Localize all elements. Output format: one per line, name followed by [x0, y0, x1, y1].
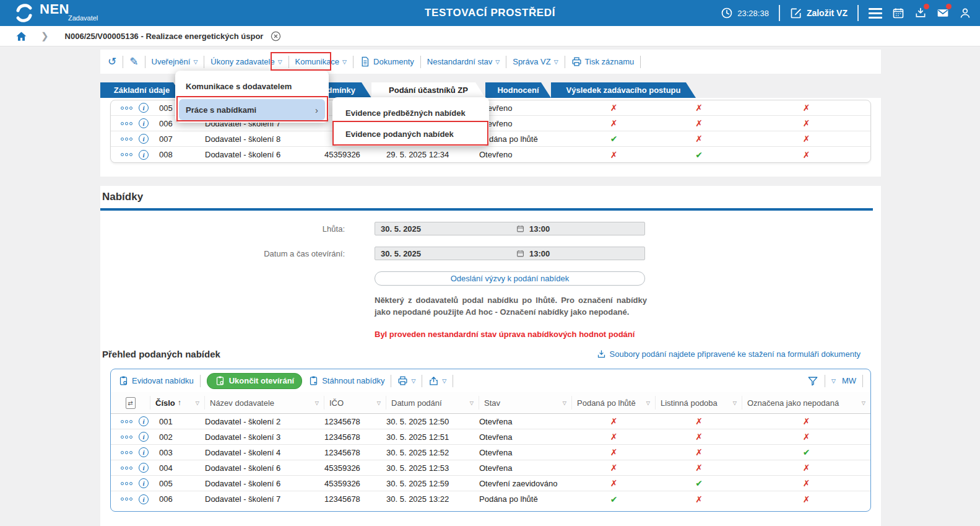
- tab-podani-ucastniku[interactable]: Podání účastníků ZP: [371, 82, 485, 98]
- deadline-input[interactable]: 30. 5. 2025 13:00: [375, 222, 645, 235]
- menu-item-evidence-podanych[interactable]: Evidence podaných nabídek: [339, 123, 483, 144]
- header-status[interactable]: Stav▽: [479, 396, 572, 410]
- breadcrumb-title: N006/25/V00005136 - Realizace energetick…: [65, 32, 264, 41]
- table-row[interactable]: i 002 Dodavatel - školení 3 12345678 30.…: [111, 429, 870, 445]
- row-actions-icon[interactable]: [121, 420, 132, 423]
- downloads-button[interactable]: [914, 7, 927, 19]
- filter-arrow-icon[interactable]: ▽: [377, 400, 381, 406]
- row-actions-icon[interactable]: [121, 482, 132, 485]
- header-number[interactable]: Číslo↑ ▽: [150, 396, 205, 410]
- table-row[interactable]: i 006 Dodavatel - školení 7 12345678 30.…: [111, 491, 870, 507]
- send-invitation-button[interactable]: Odeslání výzvy k podání nabídek: [375, 271, 645, 286]
- tab-vysledek[interactable]: Výsledek zadávacího postupu: [551, 82, 696, 98]
- header-ico[interactable]: IČO▽: [324, 396, 386, 410]
- menu-item-label: Evidence předběžných nabídek: [345, 108, 466, 118]
- table-row[interactable]: i 001 Dodavatel - školení 2 12345678 30.…: [111, 414, 870, 429]
- communication-label: Komunikace: [295, 57, 340, 66]
- filter-arrow-icon[interactable]: ▽: [646, 400, 650, 406]
- calendar-button[interactable]: [892, 7, 904, 19]
- table-row[interactable]: i 004 Dodavatel - školení 6 45359326 30.…: [111, 460, 870, 476]
- print-table-button[interactable]: ▽: [397, 375, 415, 386]
- info-icon[interactable]: i: [139, 463, 149, 473]
- filter-icon[interactable]: [807, 375, 818, 387]
- calendar-icon: [516, 224, 524, 233]
- record-offer-button[interactable]: Evidovat nabídku: [118, 375, 194, 386]
- opening-input[interactable]: 30. 5. 2025 13:00: [375, 247, 645, 260]
- row-actions-icon[interactable]: [121, 436, 132, 439]
- header-paper[interactable]: Listinná podoba▽: [656, 396, 742, 410]
- messages-button[interactable]: [937, 7, 949, 19]
- menu-icon[interactable]: [869, 8, 882, 19]
- info-icon[interactable]: i: [139, 494, 149, 504]
- late-status-icon: ✗: [572, 447, 656, 457]
- filter-arrow-icon[interactable]: ▽: [196, 400, 199, 406]
- table-row[interactable]: i 007 Dodavatel - školení 8 Podána po lh…: [111, 131, 870, 147]
- communication-dropdown: Komunikace s dodavatelem Práce s nabídka…: [175, 71, 329, 123]
- filter-arrow-icon[interactable]: ▽: [862, 400, 865, 406]
- info-icon[interactable]: i: [139, 478, 149, 488]
- table-row[interactable]: i 008 Dodavatel - školení 6 45359326 29.…: [111, 147, 870, 162]
- column-settings-icon[interactable]: ⇄: [126, 397, 136, 409]
- info-icon[interactable]: i: [139, 150, 149, 160]
- row-actions-icon[interactable]: [121, 138, 132, 141]
- cell-supplier: Dodavatel - školení 8: [205, 134, 324, 144]
- row-actions-icon[interactable]: [121, 153, 132, 156]
- info-icon[interactable]: i: [139, 432, 149, 442]
- create-vz-button[interactable]: Založit VZ: [790, 7, 848, 19]
- info-icon[interactable]: i: [139, 103, 149, 113]
- clipboard-gear-icon: [118, 375, 129, 386]
- user-initials[interactable]: MW: [842, 376, 856, 385]
- info-icon[interactable]: i: [139, 118, 149, 128]
- header-date[interactable]: Datum podání▽: [386, 396, 479, 410]
- cell-supplier: Dodavatel - školení 6: [205, 463, 324, 473]
- row-actions-icon[interactable]: [121, 122, 132, 125]
- row-actions-icon[interactable]: [121, 451, 132, 454]
- pencil-icon[interactable]: ✎: [129, 56, 138, 67]
- info-icon[interactable]: i: [139, 416, 149, 426]
- dropdown-arrow-icon[interactable]: ▽: [831, 378, 836, 384]
- download-offers-button[interactable]: Stáhnout nabídky: [308, 375, 384, 386]
- paper-status-icon: ✗: [656, 432, 742, 442]
- header-supplier[interactable]: Název dodavatele▽: [205, 396, 324, 410]
- filter-arrow-icon[interactable]: ▽: [733, 400, 737, 406]
- toolbar-communication[interactable]: Komunikace▽: [295, 57, 347, 66]
- filter-arrow-icon[interactable]: ▽: [470, 400, 474, 406]
- tab-hodnoceni[interactable]: Hodnocení: [485, 82, 551, 98]
- send-invitation-label: Odeslání výzvy k podání nabídek: [451, 274, 570, 283]
- late-status-icon: ✗: [572, 478, 656, 488]
- table-row[interactable]: i 005 Dodavatel - školení 6 45359326 30.…: [111, 476, 870, 491]
- toolbar-contracting-actions[interactable]: Úkony zadavatele▽: [210, 57, 282, 66]
- menu-item-evidence-predbeznych[interactable]: Evidence předběžných nabídek: [339, 102, 483, 123]
- table-row[interactable]: i 003 Dodavatel - školení 4 12345678 30.…: [111, 445, 870, 460]
- menu-item-prace-s-nabidkami[interactable]: Práce s nabídkami ›: [179, 99, 325, 120]
- cell-status: Podána po lhůtě: [479, 134, 572, 144]
- toolbar-documents[interactable]: Dokumenty: [360, 56, 414, 67]
- info-icon[interactable]: i: [139, 134, 149, 144]
- row-actions-icon[interactable]: [121, 498, 132, 501]
- header-label: IČO: [329, 398, 344, 408]
- toolbar-admin-vz[interactable]: Správa VZ▽: [513, 57, 558, 66]
- header-marked[interactable]: Označena jako nepodaná▽: [742, 396, 870, 410]
- submission-files-link[interactable]: Soubory podání najdete připravené ke sta…: [597, 349, 861, 359]
- tab-label: Podání účastníků ZP: [389, 85, 468, 95]
- row-actions-icon[interactable]: [121, 467, 132, 470]
- export-button[interactable]: ▽: [428, 375, 446, 386]
- row-actions-icon[interactable]: [121, 107, 132, 110]
- toolbar-print-record[interactable]: Tisk záznamu: [571, 56, 635, 67]
- home-icon[interactable]: [15, 30, 27, 42]
- filter-arrow-icon[interactable]: ▽: [563, 400, 566, 406]
- refresh-icon[interactable]: ↺: [108, 56, 116, 67]
- filter-arrow-icon[interactable]: ▽: [315, 400, 319, 406]
- paper-status-icon: ✗: [656, 447, 742, 457]
- toolbar-publish[interactable]: Uveřejnění▽: [152, 57, 198, 66]
- opening-time-value: 13:00: [529, 249, 550, 258]
- menu-item-komunikace-s-dodavatelem[interactable]: Komunikace s dodavatelem: [179, 76, 325, 97]
- toolbar-nonstandard-state[interactable]: Nestandardní stav▽: [427, 57, 500, 66]
- info-icon[interactable]: i: [139, 447, 149, 457]
- header-late[interactable]: Podaná po lhůtě▽: [572, 396, 656, 410]
- cell-ico: 12345678: [324, 432, 386, 442]
- close-icon[interactable]: [271, 31, 281, 42]
- tab-zakladni-udaje[interactable]: Základní údaje: [100, 82, 183, 98]
- profile-button[interactable]: [959, 7, 971, 19]
- finish-opening-button[interactable]: Ukončit otevírání: [207, 373, 302, 389]
